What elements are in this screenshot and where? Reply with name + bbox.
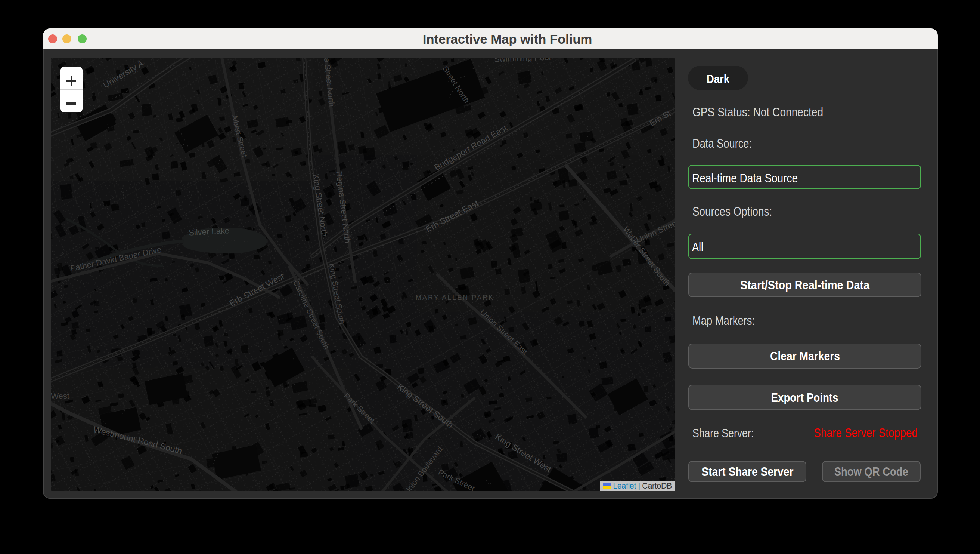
svg-text:West: West (51, 391, 70, 401)
svg-text:MARY ALLEN PARK: MARY ALLEN PARK (416, 294, 494, 301)
